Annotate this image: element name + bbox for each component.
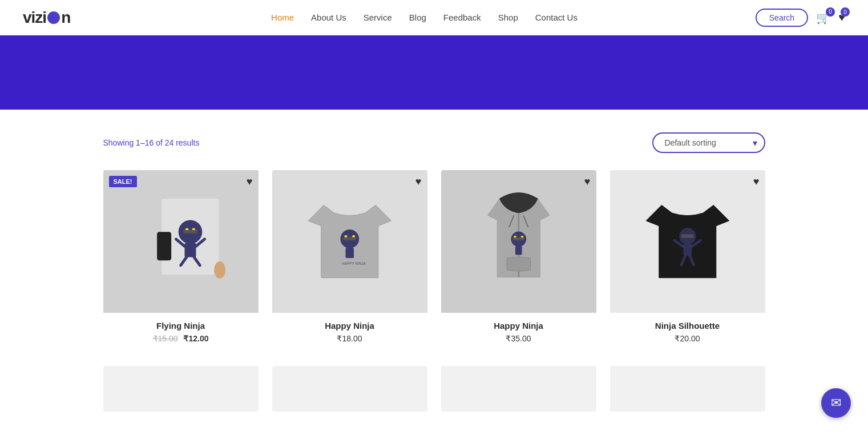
cart-badge: 0 — [826, 7, 835, 17]
svg-rect-14 — [343, 237, 357, 240]
price-old-1: ₹15.00 — [153, 334, 178, 343]
wishlist-btn-3[interactable]: ♥ — [584, 176, 591, 188]
main-nav: Home About Us Service Blog Feedback Shop… — [93, 13, 756, 22]
price-new-1: ₹12.00 — [183, 334, 208, 343]
wishlist-icon-wrapper[interactable]: ♥ 0 — [838, 11, 845, 24]
sort-wrapper: Default sorting Sort by popularity Sort … — [652, 132, 765, 153]
product-name-3: Happy Ninja — [450, 321, 587, 331]
product-image-3: ♥ — [441, 170, 596, 313]
svg-rect-15 — [344, 235, 347, 237]
results-count-val: 24 — [165, 138, 174, 147]
hero-banner — [0, 35, 868, 110]
logo-brain-icon — [47, 11, 60, 24]
product-info-4: Ninja Silhouette ₹20.00 — [610, 313, 765, 352]
svg-rect-17 — [345, 248, 354, 258]
product-price-4: ₹20.00 — [619, 334, 756, 343]
product-price-2: ₹18.00 — [281, 334, 418, 343]
product-info-1: Flying Ninja ₹15.00 ₹12.00 — [103, 313, 259, 352]
product-card-3[interactable]: ♥ — [441, 170, 596, 352]
svg-rect-3 — [185, 228, 188, 230]
product-card-1[interactable]: SALE! ♥ — [103, 170, 259, 352]
product-placeholder-6 — [272, 366, 427, 412]
floating-mail-button[interactable]: ✉ — [821, 388, 851, 418]
wishlist-btn-2[interactable]: ♥ — [415, 176, 422, 188]
logo[interactable]: vizin — [23, 9, 70, 27]
nav-feedback[interactable]: Feedback — [443, 13, 481, 22]
product-price-1: ₹15.00 ₹12.00 — [112, 334, 249, 343]
product-grid-bottom — [103, 366, 765, 412]
header-right: Search 🛒 0 ♥ 0 — [756, 9, 845, 27]
sale-badge-1: SALE! — [109, 176, 137, 187]
product-info-2: Happy Ninja ₹18.00 — [272, 313, 427, 352]
product-img-happy-ninja-shirt: HAPPY NINJA — [288, 184, 412, 299]
nav-contact[interactable]: Contact Us — [535, 13, 578, 22]
product-info-3: Happy Ninja ₹35.00 — [441, 313, 596, 352]
svg-rect-25 — [521, 236, 523, 237]
cart-icon-wrapper[interactable]: 🛒 0 — [816, 11, 830, 25]
nav-shop[interactable]: Shop — [498, 13, 518, 22]
nav-blog[interactable]: Blog — [409, 13, 426, 22]
product-price-3: ₹35.00 — [450, 334, 587, 343]
svg-rect-4 — [192, 228, 195, 230]
search-button[interactable]: Search — [756, 9, 808, 27]
shop-toolbar: Showing 1–16 of 24 results Default sorti… — [103, 132, 765, 153]
wishlist-btn-1[interactable]: ♥ — [247, 176, 253, 188]
svg-rect-28 — [681, 234, 694, 237]
results-suffix-val: results — [176, 138, 199, 147]
svg-rect-24 — [514, 236, 516, 237]
results-text: Showing 1–16 of 24 results — [103, 138, 200, 147]
product-image-1: SALE! ♥ — [103, 170, 259, 313]
svg-rect-16 — [352, 235, 355, 237]
wishlist-btn-4[interactable]: ♥ — [753, 176, 760, 188]
svg-rect-12 — [157, 232, 171, 260]
product-name-1: Flying Ninja — [112, 321, 249, 331]
nav-home[interactable]: Home — [271, 13, 294, 22]
product-img-happy-ninja-hoodie — [457, 184, 581, 299]
svg-text:HAPPY NINJA: HAPPY NINJA — [342, 261, 366, 265]
logo-text: vizi — [23, 9, 46, 27]
svg-rect-26 — [515, 246, 522, 255]
product-name-4: Ninja Silhouette — [619, 321, 756, 331]
svg-point-11 — [214, 261, 225, 279]
nav-service[interactable]: Service — [364, 13, 392, 22]
product-img-flying-ninja — [119, 184, 243, 299]
nav-about[interactable]: About Us — [311, 13, 346, 22]
results-prefix: Showing 1–16 of — [103, 138, 163, 147]
product-image-2: ♥ HAPPY NINJA — [272, 170, 427, 313]
product-placeholder-5 — [103, 366, 259, 412]
product-placeholder-8 — [610, 366, 765, 412]
product-card-2[interactable]: ♥ HAPPY NINJA Happy Ninja ₹18.00 — [272, 170, 427, 352]
price-single-4: ₹20.00 — [675, 334, 700, 343]
wishlist-badge: 0 — [841, 7, 850, 17]
product-name-2: Happy Ninja — [281, 321, 418, 331]
price-single-2: ₹18.00 — [337, 334, 362, 343]
svg-rect-2 — [183, 229, 197, 233]
svg-rect-29 — [683, 244, 692, 256]
product-grid: SALE! ♥ — [103, 170, 765, 352]
price-single-3: ₹35.00 — [506, 334, 531, 343]
product-image-4: ♥ — [610, 170, 765, 313]
logo-text2: n — [61, 9, 70, 27]
product-img-ninja-silhouette — [625, 184, 750, 299]
sort-select[interactable]: Default sorting Sort by popularity Sort … — [652, 132, 765, 153]
product-placeholder-7 — [441, 366, 596, 412]
main-content: Showing 1–16 of 24 results Default sorti… — [92, 110, 777, 423]
svg-rect-23 — [513, 237, 524, 241]
product-card-4[interactable]: ♥ Ninja Silhouett — [610, 170, 765, 352]
header: vizin Home About Us Service Blog Feedbac… — [0, 0, 868, 35]
svg-rect-5 — [184, 243, 196, 257]
